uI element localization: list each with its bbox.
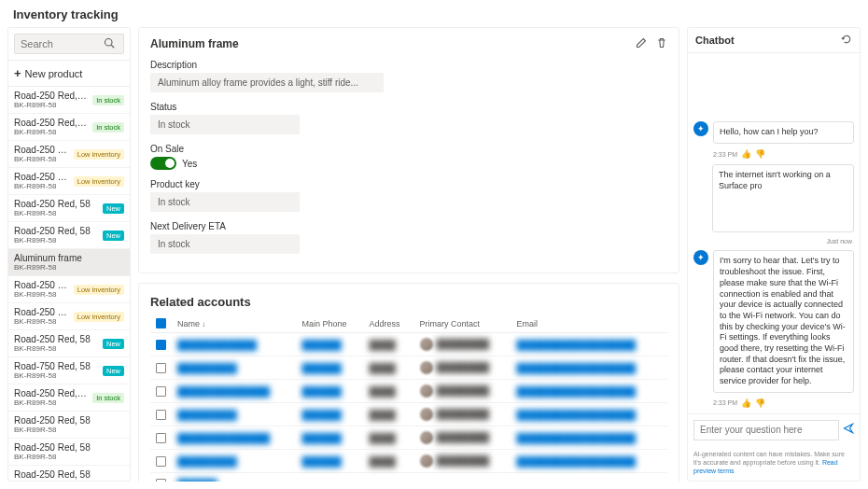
account-contact[interactable]: ████████ [437,455,490,466]
table-row[interactable]: ██████████████ ██████ ████ ████████ ████… [150,380,667,403]
product-item[interactable]: Road-250 Red, 58BK-R89R-58Low inventory [8,168,130,195]
product-item[interactable]: Road-250 Red, 58BK-R89R-58Low inventory [8,141,130,168]
message-time: Just now [693,238,854,244]
col-email[interactable]: Email [511,314,667,333]
user-message: The internet isn't working on a Surface … [712,164,854,232]
account-phone[interactable]: ██████ [301,456,342,467]
select-all-checkbox[interactable] [156,318,166,328]
table-row[interactable]: █████████ ██████ ████ ████████ █████████… [150,356,667,380]
account-name[interactable]: ██████ [177,479,217,482]
account-phone[interactable]: ██████ [301,340,342,350]
product-item[interactable]: Road-250 Red, 58BK-R89R-58In stock [8,87,130,114]
search-icon[interactable] [104,37,115,50]
account-name[interactable]: ██████████████ [177,386,270,397]
description-value[interactable]: Aluminum alloy frame provides a light, s… [150,73,384,92]
product-name: Road-250 Red, 58 [14,307,70,317]
account-contact[interactable]: ████████ [437,362,490,372]
table-row[interactable]: ██████████████ ██████ ████ ████████ ████… [150,426,667,450]
related-accounts-table: Name↓ Main Phone Address Primary Contact… [150,314,667,482]
account-name[interactable]: ██████████████ [177,433,270,443]
product-item[interactable]: Road-250 Red, 58BK-R89R-58In stock [8,384,130,412]
product-list: Road-250 Red, 58BK-R89R-58In stockRoad-2… [8,87,130,481]
undo-icon[interactable] [841,34,852,47]
thumbs-up-icon[interactable]: 👍 [741,149,751,159]
product-item[interactable]: Road-250 Red, 58BK-R89R-58 [8,439,130,466]
account-phone[interactable]: ██████ [301,433,342,443]
related-title: Related accounts [150,293,667,314]
row-checkbox[interactable] [156,386,166,397]
productkey-value[interactable]: In stock [150,192,300,212]
account-address: ████ [369,456,395,467]
account-email[interactable]: ██████████████████ [517,363,637,373]
account-email[interactable]: ██████████████████ [517,410,637,420]
chat-input[interactable] [693,420,839,440]
product-item[interactable]: Road-250 Red, 58BK-R89R-58Low inventory [8,303,130,330]
eta-value[interactable]: In stock [150,234,300,254]
delete-icon[interactable] [656,37,667,50]
table-row[interactable]: █████████ ██████ ████ ████████ █████████… [150,450,667,473]
avatar [420,454,433,468]
status-badge: Low inventory [74,312,124,322]
onsale-toggle[interactable] [150,157,176,170]
product-item[interactable]: Road-250 Red, 58BK-R89R-58Low inventory [8,276,130,303]
col-name[interactable]: Name↓ [172,314,296,333]
product-name: Road-250 Red, 58 [14,226,91,236]
account-name[interactable]: █████████ [177,456,237,467]
product-item[interactable]: Road-250 Red, 58BK-R89R-58New [8,195,130,222]
account-name[interactable]: █████████ [177,363,237,373]
table-row[interactable]: ██████ [150,473,667,482]
account-email[interactable]: ██████████████████ [517,340,637,350]
account-contact[interactable]: ████████ [437,409,490,419]
send-icon[interactable] [843,423,854,437]
row-checkbox[interactable] [156,433,166,443]
account-contact[interactable]: ████████ [437,385,490,396]
product-item[interactable]: Aluminum frameBK-R89R-58 [8,249,130,276]
account-phone[interactable]: ██████ [301,410,342,420]
avatar [420,408,433,421]
thumbs-down-icon[interactable]: 👎 [755,398,765,408]
product-sku: BK-R89R-58 [14,182,70,190]
account-email[interactable]: ██████████████████ [517,386,637,397]
edit-icon[interactable] [636,37,647,50]
row-checkbox[interactable] [156,479,166,482]
product-name: Road-250 Red, 58 [14,415,91,426]
table-row[interactable]: ████████████ ██████ ████ ████████ ██████… [150,333,667,356]
row-checkbox[interactable] [156,456,166,467]
account-name[interactable]: █████████ [177,410,237,420]
product-item[interactable]: Road-250 Red, 58BK-R89R-58New [8,222,130,249]
status-badge: In stock [92,95,124,105]
account-name[interactable]: ████████████ [177,340,257,350]
row-checkbox[interactable] [156,363,166,373]
product-item[interactable]: Road-750 Red, 58BK-R89R-58New [8,357,130,384]
thumbs-down-icon[interactable]: 👎 [755,149,765,159]
status-badge: New [103,203,124,214]
product-sku: BK-R89R-58 [14,453,91,461]
col-primary[interactable]: Primary Contact [414,314,511,333]
col-address[interactable]: Address [363,314,413,333]
product-item[interactable]: Road-250 Red, 58BK-R89R-58 [8,412,130,439]
account-contact[interactable]: ████████ [437,432,490,442]
status-badge: Low inventory [74,176,124,187]
product-name: Road-250 Red, 58 [14,280,70,290]
chat-body: ✦Hello, how can I help you?2:33 PM 👍 👎Th… [688,53,860,413]
account-phone[interactable]: ██████ [301,386,342,397]
related-card: Related accounts Name↓ Main Phone Addres… [138,283,679,482]
status-badge: New [103,366,124,376]
new-product-button[interactable]: + New product [8,61,130,87]
status-badge: Low inventory [74,285,124,295]
account-email[interactable]: ██████████████████ [517,456,637,467]
table-row[interactable]: █████████ ██████ ████ ████████ █████████… [150,403,667,426]
product-item[interactable]: Road-250 Red, 58BK-R89R-58New [8,330,130,357]
col-mainphone[interactable]: Main Phone [296,314,363,333]
account-phone[interactable]: ██████ [301,363,342,373]
product-item[interactable]: Road-250 Red, 58BK-R89R-58In stock [8,114,130,141]
row-checkbox[interactable] [156,410,166,420]
status-badge: New [103,339,124,349]
account-contact[interactable]: ████████ [437,339,490,349]
status-value[interactable]: In stock [150,115,300,134]
account-email[interactable]: ██████████████████ [517,433,637,443]
thumbs-up-icon[interactable]: 👍 [741,398,751,408]
new-product-label: New product [25,68,83,79]
row-checkbox[interactable] [156,340,166,350]
product-item[interactable]: Road-250 Red, 58BK-R89R-58 [8,466,130,481]
